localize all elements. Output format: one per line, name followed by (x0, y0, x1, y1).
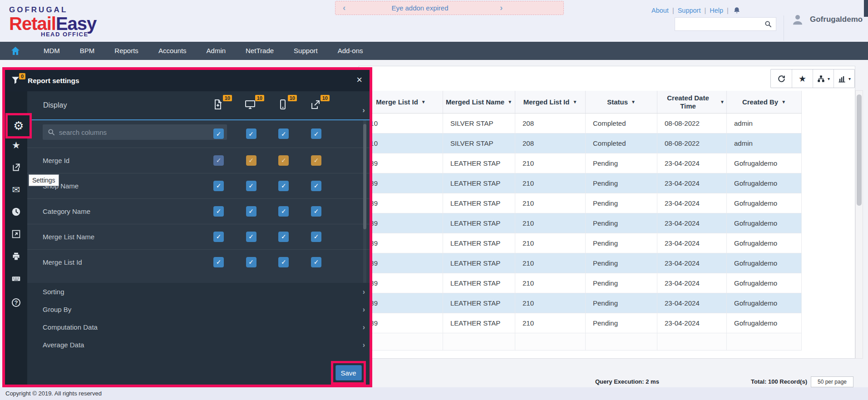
table-row[interactable]: 289LEATHER STAP210Pending23-04-2024Gofru… (359, 293, 802, 313)
nav-item-reports[interactable]: Reports (104, 47, 148, 54)
column-checkbox[interactable]: ✓ (278, 155, 289, 166)
header-link-support[interactable]: Support (678, 7, 701, 14)
vertical-scrollbar[interactable] (855, 90, 863, 359)
section-row-group-by[interactable]: Group By› (27, 301, 370, 318)
section-row-computation-data[interactable]: Computation Data› (27, 318, 370, 336)
nav-item-admin[interactable]: Admin (197, 47, 236, 54)
table-row[interactable]: 289LEATHER STAP210Pending23-04-2024Gofru… (359, 153, 802, 173)
search-icon[interactable] (764, 20, 772, 28)
column-checkbox[interactable]: ✓ (311, 181, 321, 191)
add-document-icon[interactable]: 10 (212, 99, 224, 111)
column-checkbox[interactable]: ✓ (246, 206, 256, 217)
notification-bell-icon[interactable] (733, 6, 741, 15)
header-link-about[interactable]: About (651, 7, 669, 14)
table-row[interactable]: 210SILVER STAP208Completed08-08-2022admi… (359, 133, 802, 153)
close-icon[interactable]: × (356, 74, 362, 86)
column-checkbox[interactable]: ✓ (311, 257, 321, 267)
mobile-phone-icon[interactable]: 10 (277, 99, 289, 111)
table-row[interactable]: 289LEATHER STAP210Pending23-04-2024Gofru… (359, 273, 802, 293)
column-header-merged-list-name[interactable]: Merged List Name▼ (443, 91, 515, 113)
chevron-right-icon[interactable]: › (363, 306, 365, 314)
sidebar-item-settings[interactable]: ⚙ (5, 113, 32, 138)
chevron-right-icon[interactable]: › (363, 323, 365, 331)
column-checkbox[interactable]: ✓ (311, 128, 321, 139)
banner-next-icon[interactable]: › (500, 3, 503, 13)
column-checkbox[interactable]: ✓ (278, 206, 289, 217)
sidebar-item-share[interactable] (5, 162, 27, 173)
refresh-button[interactable] (771, 69, 792, 88)
table-row[interactable]: 289LEATHER STAP210Pending23-04-2024Gofru… (359, 213, 802, 233)
column-header-merged-list-id[interactable]: Merged List Id▼ (515, 91, 586, 113)
export-share-icon[interactable]: 10 (310, 99, 322, 111)
scrollbar-thumb[interactable] (857, 94, 862, 206)
sort-dropdown-icon[interactable]: ▼ (631, 99, 636, 105)
column-checkbox[interactable]: ✓ (213, 206, 224, 217)
table-row[interactable]: 289LEATHER STAP210Pending23-04-2024Gofru… (359, 233, 802, 253)
column-checkbox[interactable]: ✓ (213, 128, 224, 139)
column-checkbox[interactable]: ✓ (278, 232, 289, 242)
filter-button[interactable]: 0 (11, 76, 20, 85)
chevron-right-icon[interactable]: › (362, 106, 365, 115)
sidebar-item-schedule[interactable] (5, 206, 27, 217)
home-icon[interactable] (10, 45, 21, 56)
column-checkbox[interactable]: ✓ (246, 257, 256, 267)
table-row[interactable] (359, 333, 802, 351)
sidebar-item-keyboard[interactable] (5, 273, 27, 284)
global-search-input[interactable] (675, 20, 764, 28)
column-checkbox[interactable]: ✓ (246, 128, 256, 139)
nav-item-mdm[interactable]: MDM (34, 47, 70, 54)
table-row[interactable]: 289LEATHER STAP210Pending23-04-2024Gofru… (359, 193, 802, 213)
column-checkbox[interactable]: ✓ (278, 128, 289, 139)
header-link-help[interactable]: Help (710, 7, 723, 14)
nav-item-nettrade[interactable]: NetTrade (236, 47, 284, 54)
sort-dropdown-icon[interactable]: ▼ (572, 99, 577, 105)
per-page-select[interactable]: 50 per page (811, 376, 853, 387)
panel-scrollbar-thumb[interactable] (363, 124, 366, 229)
nav-item-bpm[interactable]: BPM (70, 47, 105, 54)
table-row[interactable]: 289LEATHER STAP210Pending23-04-2024Gofru… (359, 253, 802, 273)
column-checkbox[interactable]: ✓ (246, 232, 256, 242)
section-row-average-data[interactable]: Average Data› (27, 336, 370, 354)
sidebar-item-print[interactable] (5, 251, 27, 262)
display-section-header[interactable]: Display 10 10 10 10 (27, 91, 370, 120)
column-checkbox[interactable]: ✓ (246, 181, 256, 191)
nav-item-add-ons[interactable]: Add-ons (328, 47, 373, 54)
favorite-button[interactable]: ★ (792, 69, 813, 88)
column-checkbox[interactable]: ✓ (278, 181, 289, 191)
panel-scrollbar[interactable] (363, 120, 366, 283)
column-header-created-date-time[interactable]: Created Date Time▼ (657, 91, 727, 113)
sort-dropdown-icon[interactable]: ▼ (781, 99, 786, 105)
section-row-sorting[interactable]: Sorting› (27, 283, 370, 301)
user-menu[interactable]: Gofrugaldemo (791, 13, 863, 26)
nav-item-accounts[interactable]: Accounts (148, 47, 197, 54)
column-checkbox[interactable]: ✓ (311, 206, 321, 217)
table-row[interactable]: 289LEATHER STAP210Pending23-04-2024Gofru… (359, 313, 802, 333)
nav-item-support[interactable]: Support (284, 47, 328, 54)
table-row[interactable]: 210SILVER STAP208Completed08-08-2022admi… (359, 114, 802, 133)
column-checkbox[interactable]: ✓ (213, 181, 224, 191)
chevron-right-icon[interactable]: › (363, 341, 365, 349)
column-search-input[interactable] (59, 128, 227, 136)
column-header-status[interactable]: Status▼ (586, 91, 657, 113)
sort-dropdown-icon[interactable]: ▼ (421, 99, 426, 105)
column-checkbox[interactable]: ✓ (213, 232, 224, 242)
chevron-right-icon[interactable]: › (363, 288, 365, 296)
column-checkbox[interactable]: ✓ (213, 155, 224, 166)
column-checkbox[interactable]: ✓ (278, 257, 289, 267)
sort-dropdown-icon[interactable]: ▼ (720, 99, 725, 105)
chart-view-button[interactable]: ▾ (833, 69, 854, 88)
sidebar-item-help[interactable]: ? (5, 297, 27, 308)
column-checkbox[interactable]: ✓ (311, 232, 321, 242)
desktop-monitor-icon[interactable]: 10 (245, 99, 256, 111)
column-checkbox[interactable]: ✓ (213, 257, 224, 267)
hierarchy-view-button[interactable]: ▾ (813, 69, 833, 88)
sidebar-item-mail[interactable]: ✉ (5, 184, 27, 195)
save-button[interactable]: Save (335, 365, 362, 380)
column-checkbox[interactable]: ✓ (311, 155, 321, 166)
sort-dropdown-icon[interactable]: ▼ (508, 99, 512, 105)
column-header-created-by[interactable]: Created By▼ (727, 91, 802, 113)
column-checkbox[interactable]: ✓ (246, 155, 256, 166)
sidebar-item-export-view[interactable] (5, 228, 27, 239)
table-row[interactable]: 289LEATHER STAP210Pending23-04-2024Gofru… (359, 173, 802, 193)
sidebar-item-favorites[interactable]: ★ (5, 139, 27, 150)
